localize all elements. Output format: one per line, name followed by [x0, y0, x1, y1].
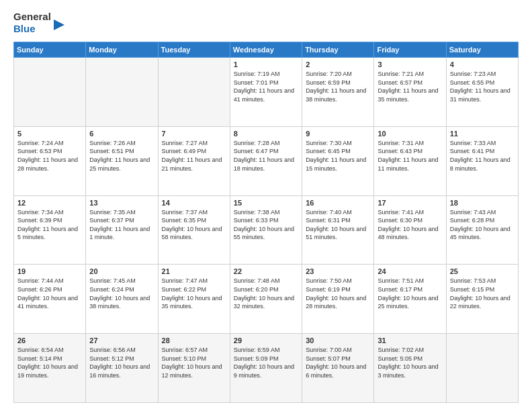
day-number: 26 — [17, 336, 82, 345]
calendar-cell — [86, 58, 158, 127]
day-info: Sunrise: 7:45 AM Sunset: 6:24 PM Dayligh… — [89, 277, 154, 310]
day-info: Sunrise: 7:51 AM Sunset: 6:17 PM Dayligh… — [378, 277, 442, 310]
calendar-cell: 21Sunrise: 7:47 AM Sunset: 6:22 PM Dayli… — [158, 265, 230, 334]
day-number: 30 — [306, 336, 370, 345]
day-number: 29 — [234, 336, 298, 345]
logo-general: General — [13, 11, 51, 23]
calendar-cell: 9Sunrise: 7:30 AM Sunset: 6:45 PM Daylig… — [302, 126, 374, 195]
day-number: 31 — [378, 336, 442, 345]
day-header-monday: Monday — [86, 42, 158, 58]
day-number: 19 — [17, 267, 82, 275]
calendar-week-0: 1Sunrise: 7:19 AM Sunset: 7:01 PM Daylig… — [14, 58, 519, 127]
logo: GeneralBlue — [13, 11, 64, 35]
calendar-cell: 12Sunrise: 7:34 AM Sunset: 6:39 PM Dayli… — [14, 195, 86, 265]
calendar-cell: 13Sunrise: 7:35 AM Sunset: 6:37 PM Dayli… — [86, 195, 158, 265]
day-number: 4 — [450, 60, 515, 68]
day-number: 16 — [306, 199, 370, 207]
calendar-week-3: 19Sunrise: 7:44 AM Sunset: 6:26 PM Dayli… — [14, 265, 519, 334]
day-info: Sunrise: 7:21 AM Sunset: 6:57 PM Dayligh… — [378, 70, 442, 103]
calendar-cell: 26Sunrise: 6:54 AM Sunset: 5:14 PM Dayli… — [14, 334, 86, 403]
day-info: Sunrise: 6:59 AM Sunset: 5:09 PM Dayligh… — [234, 346, 298, 379]
logo-triangle-icon — [54, 13, 64, 33]
day-info: Sunrise: 7:19 AM Sunset: 7:01 PM Dayligh… — [234, 70, 298, 103]
day-info: Sunrise: 7:30 AM Sunset: 6:45 PM Dayligh… — [306, 139, 370, 173]
day-info: Sunrise: 6:57 AM Sunset: 5:10 PM Dayligh… — [162, 346, 226, 379]
calendar-cell: 6Sunrise: 7:26 AM Sunset: 6:51 PM Daylig… — [86, 126, 158, 195]
day-info: Sunrise: 7:24 AM Sunset: 6:53 PM Dayligh… — [17, 139, 82, 173]
calendar-cell: 20Sunrise: 7:45 AM Sunset: 6:24 PM Dayli… — [86, 265, 158, 334]
calendar-cell: 30Sunrise: 7:00 AM Sunset: 5:07 PM Dayli… — [302, 334, 374, 403]
day-info: Sunrise: 6:54 AM Sunset: 5:14 PM Dayligh… — [17, 346, 82, 379]
day-number: 14 — [162, 199, 226, 207]
svg-marker-0 — [54, 19, 64, 30]
calendar-cell: 2Sunrise: 7:20 AM Sunset: 6:59 PM Daylig… — [302, 58, 374, 127]
day-number: 13 — [89, 199, 154, 207]
day-info: Sunrise: 7:53 AM Sunset: 6:15 PM Dayligh… — [450, 277, 515, 310]
day-info: Sunrise: 7:44 AM Sunset: 6:26 PM Dayligh… — [17, 277, 82, 310]
calendar-cell: 1Sunrise: 7:19 AM Sunset: 7:01 PM Daylig… — [230, 58, 302, 127]
day-info: Sunrise: 7:50 AM Sunset: 6:19 PM Dayligh… — [306, 277, 370, 310]
day-header-thursday: Thursday — [302, 42, 374, 58]
day-header-tuesday: Tuesday — [158, 42, 230, 58]
day-number: 28 — [162, 336, 226, 345]
day-info: Sunrise: 7:35 AM Sunset: 6:37 PM Dayligh… — [89, 208, 154, 242]
calendar-cell — [446, 334, 518, 403]
calendar-cell: 7Sunrise: 7:27 AM Sunset: 6:49 PM Daylig… — [158, 126, 230, 195]
day-number: 24 — [378, 267, 442, 275]
day-number: 23 — [306, 267, 370, 275]
day-number: 6 — [89, 130, 154, 138]
day-number: 5 — [17, 130, 82, 138]
day-number: 21 — [162, 267, 226, 275]
day-number: 3 — [378, 60, 442, 68]
day-info: Sunrise: 7:48 AM Sunset: 6:20 PM Dayligh… — [234, 277, 298, 310]
calendar-cell: 19Sunrise: 7:44 AM Sunset: 6:26 PM Dayli… — [14, 265, 86, 334]
calendar-cell: 14Sunrise: 7:37 AM Sunset: 6:35 PM Dayli… — [158, 195, 230, 265]
day-header-sunday: Sunday — [14, 42, 86, 58]
calendar-cell: 16Sunrise: 7:40 AM Sunset: 6:31 PM Dayli… — [302, 195, 374, 265]
calendar-cell: 23Sunrise: 7:50 AM Sunset: 6:19 PM Dayli… — [302, 265, 374, 334]
calendar-cell — [158, 58, 230, 127]
day-number: 9 — [306, 130, 370, 138]
logo-blue: Blue — [13, 23, 51, 35]
day-info: Sunrise: 7:27 AM Sunset: 6:49 PM Dayligh… — [162, 139, 226, 173]
page-header: GeneralBlue — [13, 11, 519, 35]
day-info: Sunrise: 7:41 AM Sunset: 6:30 PM Dayligh… — [378, 208, 442, 242]
day-info: Sunrise: 7:33 AM Sunset: 6:41 PM Dayligh… — [450, 139, 515, 173]
calendar-cell: 31Sunrise: 7:02 AM Sunset: 5:05 PM Dayli… — [374, 334, 446, 403]
day-info: Sunrise: 7:02 AM Sunset: 5:05 PM Dayligh… — [378, 346, 442, 379]
day-info: Sunrise: 7:34 AM Sunset: 6:39 PM Dayligh… — [17, 208, 82, 242]
day-info: Sunrise: 7:28 AM Sunset: 6:47 PM Dayligh… — [234, 139, 298, 173]
day-number: 22 — [234, 267, 298, 275]
day-number: 10 — [378, 130, 442, 138]
day-number: 8 — [234, 130, 298, 138]
calendar-cell: 10Sunrise: 7:31 AM Sunset: 6:43 PM Dayli… — [374, 126, 446, 195]
calendar-cell: 18Sunrise: 7:43 AM Sunset: 6:28 PM Dayli… — [446, 195, 518, 265]
day-info: Sunrise: 6:56 AM Sunset: 5:12 PM Dayligh… — [89, 346, 154, 379]
day-info: Sunrise: 7:40 AM Sunset: 6:31 PM Dayligh… — [306, 208, 370, 242]
calendar-cell: 25Sunrise: 7:53 AM Sunset: 6:15 PM Dayli… — [446, 265, 518, 334]
day-info: Sunrise: 7:20 AM Sunset: 6:59 PM Dayligh… — [306, 70, 370, 103]
day-header-saturday: Saturday — [446, 42, 518, 58]
calendar-cell: 24Sunrise: 7:51 AM Sunset: 6:17 PM Dayli… — [374, 265, 446, 334]
calendar-header-row: SundayMondayTuesdayWednesdayThursdayFrid… — [14, 42, 519, 58]
day-number: 11 — [450, 130, 515, 138]
day-number: 20 — [89, 267, 154, 275]
calendar-cell: 8Sunrise: 7:28 AM Sunset: 6:47 PM Daylig… — [230, 126, 302, 195]
day-info: Sunrise: 7:23 AM Sunset: 6:55 PM Dayligh… — [450, 70, 515, 103]
logo-text: GeneralBlue — [13, 11, 51, 35]
day-info: Sunrise: 7:47 AM Sunset: 6:22 PM Dayligh… — [162, 277, 226, 310]
day-info: Sunrise: 7:37 AM Sunset: 6:35 PM Dayligh… — [162, 208, 226, 242]
calendar-cell: 22Sunrise: 7:48 AM Sunset: 6:20 PM Dayli… — [230, 265, 302, 334]
day-number: 18 — [450, 199, 515, 207]
calendar-cell: 3Sunrise: 7:21 AM Sunset: 6:57 PM Daylig… — [374, 58, 446, 127]
day-info: Sunrise: 7:26 AM Sunset: 6:51 PM Dayligh… — [89, 139, 154, 173]
day-number: 27 — [89, 336, 154, 345]
day-number: 12 — [17, 199, 82, 207]
day-header-friday: Friday — [374, 42, 446, 58]
calendar-cell: 17Sunrise: 7:41 AM Sunset: 6:30 PM Dayli… — [374, 195, 446, 265]
calendar-table: SundayMondayTuesdayWednesdayThursdayFrid… — [13, 42, 519, 403]
calendar-cell: 4Sunrise: 7:23 AM Sunset: 6:55 PM Daylig… — [446, 58, 518, 127]
calendar-week-4: 26Sunrise: 6:54 AM Sunset: 5:14 PM Dayli… — [14, 334, 519, 403]
calendar-week-1: 5Sunrise: 7:24 AM Sunset: 6:53 PM Daylig… — [14, 126, 519, 195]
calendar-cell: 28Sunrise: 6:57 AM Sunset: 5:10 PM Dayli… — [158, 334, 230, 403]
